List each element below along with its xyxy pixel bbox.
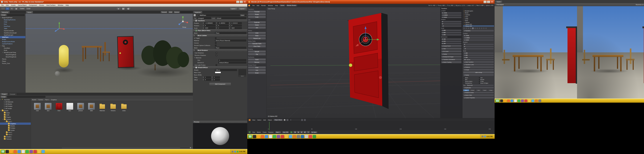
project-tree-item[interactable]: Shaders — [0, 136, 31, 138]
display-option[interactable]: Name — [464, 77, 478, 78]
transform-panel-title[interactable]: Transform — [441, 8, 462, 9]
checkbox[interactable] — [479, 81, 480, 82]
app-icon[interactable] — [532, 99, 534, 102]
scene-table-top[interactable] — [82, 46, 102, 48]
project-tree-item[interactable]: ▼ Scenes — [0, 118, 31, 120]
move-tool-icon[interactable]: + — [6, 7, 10, 10]
number-field[interactable]: 1.000 — [463, 52, 494, 54]
display-option[interactable]: Wire — [464, 79, 478, 80]
field-value[interactable]: Plane — [215, 47, 246, 49]
app-icon[interactable] — [6, 150, 9, 153]
draw-type-dropdown[interactable]: Textured — [466, 84, 494, 86]
duplication-option[interactable]: Verts — [476, 89, 482, 91]
menu-item[interactable]: Frame — [262, 132, 268, 133]
number-field[interactable]: 0° — [441, 23, 462, 25]
mesh-field[interactable]: Plane — [215, 32, 246, 34]
project-asset[interactable]: Textures — [108, 103, 118, 111]
panel-header[interactable]: Custom Properties — [463, 97, 494, 99]
material-tab-icon[interactable] — [481, 27, 482, 29]
menu-item[interactable]: Window — [267, 5, 274, 6]
scene-orientation-gizmo[interactable] — [177, 16, 188, 27]
playback-button[interactable]: ▶ — [300, 131, 303, 133]
menu-item[interactable]: Add — [262, 119, 267, 121]
menu-item[interactable]: GameObject — [17, 4, 28, 6]
number-field[interactable]: 0.368 — [441, 38, 462, 40]
color-swatch[interactable] — [215, 72, 221, 73]
project-tree-item[interactable]: Part 3 — [0, 134, 31, 136]
app-icon[interactable] — [34, 150, 37, 153]
project-tree-item[interactable]: Graphics — [0, 123, 31, 125]
number-field[interactable]: -0° — [463, 48, 494, 50]
active-checkbox[interactable] — [196, 14, 198, 16]
x-field[interactable]: -0.0006863 — [204, 22, 216, 24]
field-checkbox[interactable] — [216, 64, 217, 66]
field-checkbox[interactable] — [216, 52, 217, 54]
mode-dropdown[interactable]: Object Mode — [273, 119, 283, 121]
checkbox[interactable] — [464, 81, 464, 82]
start-button[interactable] — [248, 135, 252, 138]
layers-dropdown[interactable]: Layers — [230, 7, 238, 10]
checkbox[interactable] — [464, 79, 464, 80]
collapsed-panel-header[interactable]: Motion Tracking — [441, 61, 462, 63]
tool-shelf-button[interactable]: Join — [248, 27, 266, 29]
number-field[interactable]: -0° — [441, 25, 462, 27]
collapsed-panel-header[interactable]: Transform Orientations — [441, 58, 462, 61]
app-icon[interactable] — [538, 99, 541, 102]
app-icon[interactable] — [504, 99, 506, 102]
scene-selector[interactable]: Scene — [279, 4, 286, 6]
project-asset[interactable]: crates — [119, 103, 128, 111]
menu-item[interactable]: Help — [274, 5, 279, 6]
thumbnail-size-slider[interactable] — [180, 148, 192, 148]
tray-icon[interactable] — [237, 151, 238, 153]
outliner-item[interactable]: ▲ Sphere — [463, 22, 494, 23]
scene-search-input[interactable] — [180, 11, 192, 13]
tab-project[interactable]: Project — [0, 93, 8, 95]
project-tree-item[interactable]: All Materials — [0, 101, 31, 103]
app-icon[interactable] — [265, 135, 268, 138]
breadcrumb-item[interactable]: Part 1 — [45, 99, 51, 100]
space-toggle[interactable]: Local — [26, 7, 31, 10]
checkbox[interactable] — [479, 77, 480, 78]
app-icon[interactable] — [313, 135, 316, 138]
scene-viewport[interactable]: Persp — [26, 14, 193, 93]
view-mode-label[interactable]: Persp — [182, 26, 186, 28]
number-field[interactable]: 1.000 — [463, 54, 494, 56]
app-icon[interactable] — [269, 135, 272, 138]
menu-item[interactable]: Oculus — [38, 4, 45, 6]
project-tree-item[interactable]: All Prefabs — [0, 105, 31, 107]
data-tab-icon[interactable] — [478, 27, 480, 29]
app-icon[interactable] — [301, 135, 304, 138]
hierarchy-item[interactable]: StartDirectionalLight — [0, 32, 25, 34]
outliner-item[interactable]: ► Camera — [463, 14, 494, 16]
minimize-button[interactable]: – — [484, 1, 486, 3]
project-tree-item[interactable]: Textures — [0, 138, 31, 140]
app-icon[interactable] — [30, 150, 33, 153]
draw-mode-dropdown[interactable]: Textured — [160, 11, 168, 13]
tab-scene[interactable]: Scene — [26, 11, 33, 13]
foldout-icon[interactable]: ▼ — [0, 45, 2, 46]
hierarchy-item[interactable]: WoodThingBody — [0, 54, 25, 56]
gameobject-name-field[interactable]: WildPlane — [199, 14, 240, 16]
panel-header[interactable]: Motion Paths — [463, 94, 494, 96]
playback-button[interactable]: ● — [307, 131, 310, 133]
x-field[interactable]: 1820 — [204, 27, 216, 29]
panel-header[interactable]: Relations Extras — [463, 92, 494, 94]
app-icon[interactable] — [26, 150, 29, 153]
menu-item[interactable]: Add — [256, 5, 260, 6]
number-field[interactable]: 1.000 — [441, 34, 462, 36]
project-create-button[interactable]: Create — [0, 96, 6, 98]
menu-item[interactable]: Component — [28, 4, 38, 6]
project-asset[interactable]: floor — [65, 103, 74, 111]
foldout-icon[interactable]: ▼ — [2, 52, 4, 53]
tray-icon[interactable] — [232, 151, 234, 153]
collapsed-panel-header[interactable]: 3D Cursor — [441, 50, 462, 53]
app-icon[interactable] — [18, 150, 21, 153]
checkbox[interactable] — [479, 79, 480, 80]
project-tree-item[interactable]: ▼ Favorites — [0, 99, 31, 101]
maximize-button[interactable]: □ — [240, 1, 243, 3]
tag-dropdown[interactable]: Untagged — [197, 17, 211, 19]
app-icon[interactable] — [521, 99, 524, 102]
number-field[interactable]: 1.51034 — [441, 16, 462, 18]
pause-button[interactable]: ▌▌ — [121, 7, 126, 10]
editor-type-icon[interactable] — [248, 119, 251, 121]
